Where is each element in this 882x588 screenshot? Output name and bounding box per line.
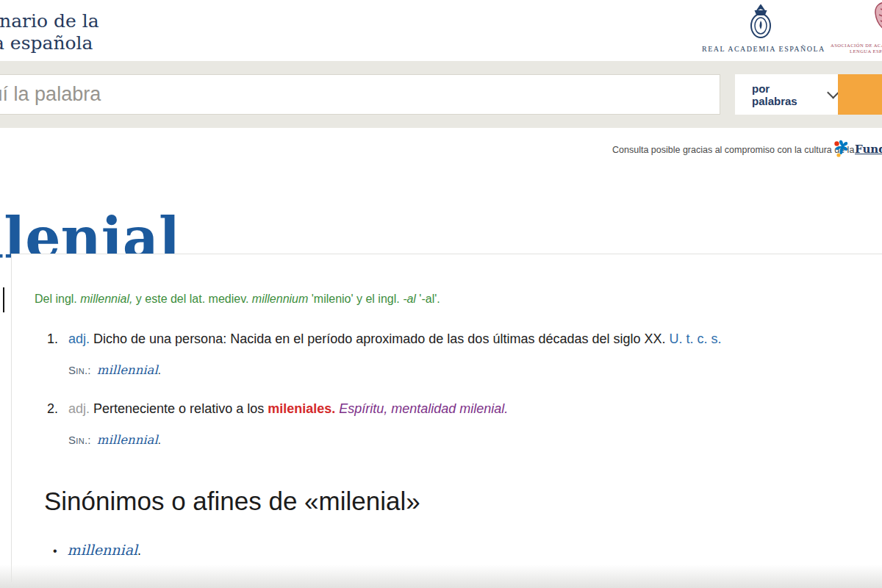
bullet-icon: • (53, 545, 57, 557)
syn-label: Sin.: (68, 364, 91, 376)
wordmark-line2: lengua española (0, 32, 99, 54)
asale-logo[interactable]: ASOCIACIÓN DE ACADEMIAS LENGUA ESPAÑOLA (828, 1, 882, 54)
search-button[interactable] (838, 74, 882, 115)
synonym-link[interactable]: millennial (97, 433, 158, 447)
synonyms-section-title: Sinónimos o afines de «milenial» (44, 487, 420, 516)
syn-period: . (158, 364, 161, 376)
syn-period: . (158, 434, 161, 446)
definition-1-synonyms: Sin.:millennial. (68, 363, 161, 377)
asale-logo-caption: ASOCIACIÓN DE ACADEMIAS LENGUA ESPAÑOLA (828, 43, 882, 54)
wordmark-line1: Diccionario de la (0, 10, 99, 32)
lacaixa-star-icon (832, 139, 853, 161)
site-wordmark[interactable]: Diccionario de la lengua española (0, 10, 99, 54)
sponsor-fundacion-link[interactable]: Fundación "la Caixa" (855, 143, 882, 156)
synonym-list-item: •millennial. (53, 542, 141, 559)
asale-caption-line1: ASOCIACIÓN DE ACADEMIAS (831, 43, 882, 49)
search-input[interactable] (0, 74, 720, 115)
search-mode-label: por palabras (752, 82, 810, 107)
card-border-continuation (11, 564, 12, 582)
definition-body: adj. Perteneciente o relativo a los mile… (68, 401, 508, 417)
definition-number: 1. (47, 331, 68, 347)
definition-2-synonyms: Sin.:millennial. (68, 433, 161, 447)
definition-2: 2. adj. Perteneciente o relativo a los m… (47, 401, 508, 417)
sponsor-text: Consulta posible gracias al compromiso c… (612, 145, 854, 155)
asale-crest-icon (872, 28, 882, 40)
synonym-link[interactable]: millennial (97, 363, 158, 377)
bottom-fade (0, 564, 882, 588)
definition-body: adj. Dicho de una persona: Nacida en el … (68, 331, 722, 347)
rae-crest-icon (745, 29, 777, 42)
search-band: por palabras (0, 61, 882, 128)
syn-label: Sin.: (68, 434, 91, 446)
list-item-period: . (137, 543, 141, 558)
rae-logo-caption: REAL ACADEMIA ESPAÑOLA (702, 45, 820, 53)
site-header: Diccionario de la lengua española REAL A… (0, 0, 882, 61)
rae-logo[interactable]: REAL ACADEMIA ESPAÑOLA (702, 4, 820, 53)
etymology-line: Del ingl. millennial, y este del lat. me… (35, 293, 440, 306)
asale-caption-line2: LENGUA ESPAÑOLA (831, 49, 882, 54)
definition-1: 1. adj. Dicho de una persona: Nacida en … (47, 331, 722, 347)
scrollbar-thumb[interactable] (3, 287, 4, 312)
definition-number: 2. (47, 401, 68, 417)
synonym-link[interactable]: millennial (68, 542, 137, 558)
search-mode-dropdown[interactable]: por palabras (735, 74, 838, 115)
